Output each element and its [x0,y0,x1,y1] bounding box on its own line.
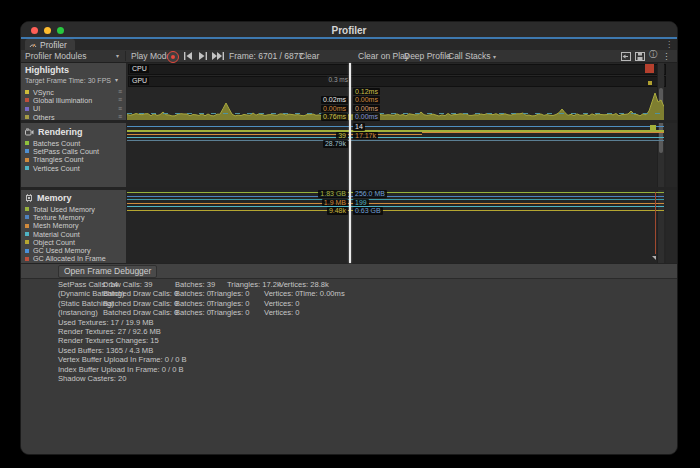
clear-button[interactable]: Clear [299,50,319,62]
highlights-legend: VSync≡Global Illumination≡UI≡Others≡ [25,88,124,121]
chart-value-label: 0.00ms [353,96,380,104]
stats-cell: Vertices: 28.8k [279,280,329,289]
toolbar-kebab-icon[interactable]: ⋮ [662,50,671,62]
legend-color-swatch [25,98,29,102]
stats-line: Used Textures: 17 / 19.9 MB [58,318,398,327]
chart-value-label: 17.17k [353,132,378,140]
splitter-grip-icon[interactable] [652,256,656,260]
mesh-memory-line [127,203,664,204]
cpu-over-budget-marker [645,64,654,73]
chart-area[interactable]: CPU GPU 0.3 ms [127,63,666,263]
profiler-main-area: Highlights Target Frame Time: 30 FPS ▾ V… [21,63,677,263]
chart-value-label: 0.12ms [353,88,380,96]
legend-color-swatch [25,166,29,170]
tab-profiler[interactable]: Profiler [25,39,75,50]
stats-cell: Batches: 0 [175,308,211,317]
legend-color-swatch [25,224,29,228]
rendering-module-title: Rendering [38,127,83,137]
call-stacks-dropdown[interactable]: Call Stacks ▾ [448,50,496,63]
memory-edge-drop-line [655,192,656,254]
title-bar: Profiler [21,22,677,39]
rendering-module-header[interactable]: Rendering [25,127,83,137]
total-used-memory-line [127,192,664,193]
rendering-series-line [127,140,664,141]
legend-drag-handle-icon[interactable]: ≡ [118,105,122,113]
legend-label: Vertices Count [33,164,80,173]
legend-color-swatch [25,232,29,236]
legend-drag-handle-icon[interactable]: ≡ [118,96,122,104]
record-button[interactable] [167,51,179,63]
stats-line: Index Buffer Upload In Frame: 0 / 0 B [58,365,398,374]
chart-value-label: 199 [353,199,369,207]
profiler-modules-dropdown[interactable]: Profiler Modules [25,50,86,62]
load-profile-icon[interactable] [621,52,631,61]
profiler-modules-dropdown-arrow[interactable]: ▾ [116,50,119,62]
chart-value-label: 0.76ms [321,113,348,121]
stats-line: Render Textures: 27 / 92.6 MB [58,327,398,336]
stats-line: Shadow Casters: 20 [58,374,398,383]
memory-values-left: 1.83 GB1.9 MB9.48k [318,190,348,215]
legend-color-swatch [25,90,29,94]
memory-module-header[interactable]: Memory [25,193,72,203]
previous-frame-icon[interactable] [184,52,193,60]
memory-chart[interactable] [127,190,666,263]
memory-chip-icon [25,194,33,202]
legend-color-swatch [25,141,29,145]
stats-cell: (Instancing) [58,308,98,317]
legend-drag-handle-icon[interactable]: ≡ [118,88,122,96]
legend-color-swatch [25,107,29,111]
current-frame-icon[interactable] [212,52,224,60]
chart-value-label: 28.79k [323,140,348,148]
chart-value-label: 1.9 MB [322,199,348,207]
next-frame-icon[interactable] [198,52,207,60]
legend-color-swatch [25,215,29,219]
save-profile-icon[interactable] [635,52,645,61]
tab-label: Profiler [40,40,67,50]
chart-value-label: 0.00ms [353,113,380,121]
setpass-calls-line [127,126,664,127]
gpu-activity-marker [648,81,652,85]
legend-color-swatch [25,257,29,261]
open-frame-debugger-button[interactable]: Open Frame Debugger [58,265,157,278]
module-sidebar: Highlights Target Frame Time: 30 FPS ▾ V… [21,63,127,263]
stats-line: Vertex Buffer Upload In Frame: 0 / 0 B [58,355,398,364]
cpu-timeline-bar[interactable] [128,64,666,75]
legend-label: Global Illumination [33,96,92,105]
stats-cell: Draw Calls: 39 [103,280,152,289]
legend-color-swatch [25,207,29,211]
chart-value-label: 9.48k [327,207,348,215]
stats-cell: Batches: 0 [175,299,211,308]
stats-cell: Triangles: 0 [210,308,249,317]
highlights-values-right: 0.12ms0.00ms0.00ms0.00ms [353,88,380,121]
stats-cell: Triangles: 17.2k [227,280,281,289]
highlights-module-title[interactable]: Highlights [25,65,69,75]
help-icon[interactable]: ⓘ [649,49,657,61]
target-frame-time-dropdown[interactable]: Target Frame Time: 30 FPS [25,77,111,84]
legend-item-vertices-count[interactable]: Vertices Count [25,164,124,172]
deep-profile-toggle[interactable]: Deep Profile [404,50,451,62]
selected-frame-playhead[interactable] [349,63,351,263]
profiler-toolbar: Profiler Modules ▾ Play Mode ▾ Frame: 67… [21,50,677,63]
stats-row: SetPass Calls: 14Draw Calls: 39Batches: … [58,280,398,289]
legend-item-gc-allocated-in-frame[interactable]: GC Allocated In Frame [25,255,124,263]
target-frame-time-arrow-icon[interactable]: ▾ [115,76,118,83]
cpu-row-label: CPU [130,65,149,73]
gc-used-memory-line [127,206,664,207]
tab-menu-kebab-icon[interactable]: ⋮ [665,39,673,50]
highlights-values-left: 0.02ms0.00ms0.76ms [321,96,348,121]
stats-cell: Vertices: 0 [264,299,299,308]
stats-row: (Instancing)Batched Draw Calls: 0Batches… [58,308,398,317]
gpu-timeline-bar[interactable] [128,76,666,87]
toolbar-separator [125,51,126,61]
clear-on-play-toggle[interactable]: Clear on Play [358,50,409,62]
frame-counter: Frame: 6701 / 6877 [229,50,303,62]
rendering-statistics: SetPass Calls: 14Draw Calls: 39Batches: … [58,280,398,383]
highlights-chart[interactable]: CPU GPU 0.3 ms [127,63,666,120]
chart-value-label: 0.02ms [321,96,348,104]
stats-cell: Batched Draw Calls: 0 [103,289,178,298]
memory-values-right: 256.0 MB1990.63 GB [353,190,387,215]
stats-cell: Batched Draw Calls: 0 [103,308,178,317]
memory-legend: Total Used MemoryTexture MemoryMesh Memo… [25,205,124,263]
rendering-edge-spike [650,125,656,130]
cpu-usage-waveform [127,89,664,120]
